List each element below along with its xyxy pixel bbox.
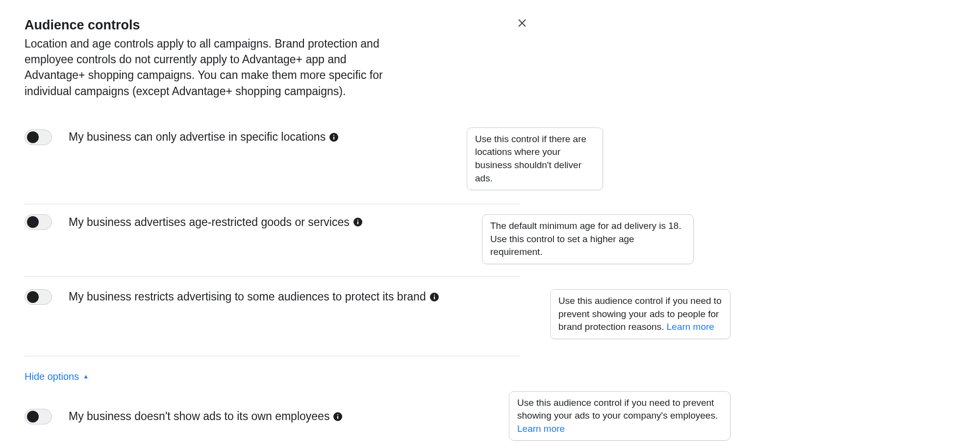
toggle-locations[interactable] — [25, 129, 52, 145]
toggle-brand[interactable] — [25, 289, 52, 305]
toggle-knob — [27, 216, 39, 228]
info-icon[interactable] — [353, 218, 362, 226]
toggle-knob — [27, 291, 39, 303]
info-icon[interactable] — [430, 293, 439, 301]
toggle-employees[interactable] — [25, 409, 52, 424]
svg-rect-7 — [357, 220, 358, 221]
hide-options-toggle[interactable]: Hide options ▲ — [25, 371, 89, 382]
svg-rect-4 — [333, 135, 334, 136]
panel-description: Location and age controls apply to all c… — [25, 36, 407, 99]
callout-text: Use this audience control if you need to… — [517, 398, 718, 421]
svg-rect-13 — [337, 414, 338, 415]
control-label: My business restricts advertising to som… — [69, 290, 439, 303]
control-row-locations: My business can only advertise in specif… — [25, 119, 775, 204]
control-row-employees: My business doesn't show ads to its own … — [25, 391, 775, 448]
control-label: My business advertises age-restricted go… — [69, 216, 362, 229]
callout-text: The default minimum age for ad delivery … — [490, 221, 681, 257]
controls-list: My business can only advertise in specif… — [25, 119, 775, 448]
control-label-text: My business doesn't show ads to its own … — [69, 410, 329, 423]
control-label: My business can only advertise in specif… — [69, 130, 338, 144]
callout-text: Use this control if there are locations … — [475, 134, 586, 183]
control-row-age: My business advertises age-restricted go… — [25, 204, 775, 276]
callout-brand: Use this audience control if you need to… — [550, 289, 730, 339]
info-icon[interactable] — [329, 133, 338, 142]
control-label-text: My business can only advertise in specif… — [69, 130, 326, 144]
caret-up-icon: ▲ — [83, 373, 89, 380]
svg-rect-10 — [434, 295, 435, 296]
callout-age: The default minimum age for ad delivery … — [482, 214, 694, 264]
svg-rect-12 — [337, 416, 338, 419]
close-icon — [517, 18, 528, 30]
svg-rect-6 — [357, 222, 358, 224]
toggle-age[interactable] — [25, 214, 52, 230]
hide-options-label: Hide options — [25, 371, 79, 382]
control-label-text: My business restricts advertising to som… — [69, 290, 426, 303]
learn-more-link[interactable]: Learn more — [667, 322, 714, 332]
svg-rect-9 — [434, 297, 435, 299]
panel-title: Audience controls — [25, 18, 775, 33]
learn-more-link[interactable]: Learn more — [517, 423, 565, 434]
audience-controls-panel: Audience controls Location and age contr… — [10, 10, 775, 448]
control-row-brand: My business restricts advertising to som… — [25, 276, 775, 356]
callout-locations: Use this control if there are locations … — [467, 127, 603, 190]
toggle-knob — [27, 131, 39, 143]
info-icon[interactable] — [333, 412, 342, 421]
control-label-text: My business advertises age-restricted go… — [69, 216, 350, 229]
svg-rect-3 — [333, 137, 334, 140]
control-label: My business doesn't show ads to its own … — [69, 410, 342, 423]
callout-employees: Use this audience control if you need to… — [509, 391, 730, 441]
close-button[interactable] — [515, 17, 529, 31]
toggle-knob — [27, 411, 39, 423]
